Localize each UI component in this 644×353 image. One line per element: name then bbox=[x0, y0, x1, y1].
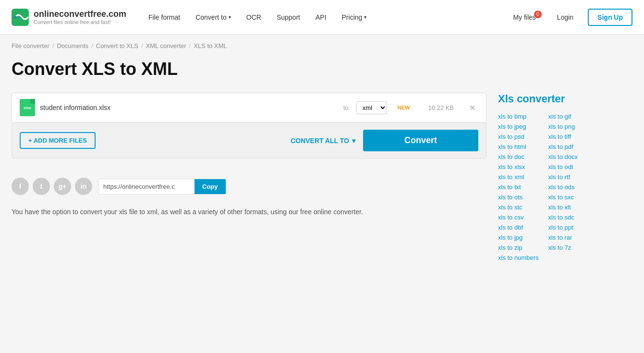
signup-button[interactable]: Sign Up bbox=[588, 9, 632, 26]
sidebar-link[interactable]: xls to jpg bbox=[498, 234, 539, 241]
format-select[interactable]: xml bmp gif jpeg png pdf bbox=[356, 101, 387, 114]
nav-ocr[interactable]: OCR bbox=[240, 10, 268, 25]
nav-support[interactable]: Support bbox=[270, 10, 307, 25]
sidebar-link[interactable]: xls to pdf bbox=[548, 143, 578, 150]
add-more-files-button[interactable]: + ADD MORE FILES bbox=[20, 132, 96, 149]
sidebar-link[interactable]: xls to doc bbox=[498, 153, 539, 160]
main-nav: File format Convert to ▾ OCR Support API… bbox=[142, 10, 491, 25]
svg-point-1 bbox=[14, 16, 17, 19]
breadcrumb-xml-converter[interactable]: XML converter bbox=[146, 42, 186, 49]
sidebar-link[interactable]: xls to docx bbox=[548, 153, 578, 160]
convert-button[interactable]: Convert bbox=[363, 130, 478, 151]
content-area: xlsx student information.xlsx to xml bmp… bbox=[12, 93, 632, 261]
converter-section: xlsx student information.xlsx to xml bmp… bbox=[12, 93, 486, 261]
file-ext-label: xlsx bbox=[24, 106, 31, 110]
facebook-icon[interactable]: f bbox=[12, 178, 29, 195]
share-section: f t g+ in Copy bbox=[12, 178, 486, 195]
sidebar-link[interactable]: xls to sdc bbox=[548, 214, 578, 221]
sidebar: Xls converter xls to bmpxls to jpegxls t… bbox=[498, 93, 632, 261]
chevron-down-icon-convert-all: ▾ bbox=[352, 137, 355, 145]
file-list-box: xlsx student information.xlsx to xml bmp… bbox=[12, 93, 486, 123]
logo-area: onlineconvertfree.com Convert files onli… bbox=[12, 9, 126, 26]
sidebar-link[interactable]: xls to bmp bbox=[498, 113, 539, 120]
logo-icon bbox=[12, 9, 29, 26]
sidebar-link[interactable]: xls to zip bbox=[498, 244, 539, 251]
social-icons: f t g+ in bbox=[12, 178, 92, 195]
sidebar-col-1: xls to bmpxls to jpegxls to psdxls to ht… bbox=[498, 113, 539, 261]
nav-file-format[interactable]: File format bbox=[142, 10, 187, 25]
login-button[interactable]: Login bbox=[550, 10, 580, 25]
sidebar-title: Xls converter bbox=[498, 93, 632, 105]
actions-row: + ADD MORE FILES CONVERT ALL TO ▾ Conver… bbox=[12, 123, 486, 158]
main-content: File converter / Documents / Convert to … bbox=[0, 35, 644, 269]
breadcrumb: File converter / Documents / Convert to … bbox=[12, 42, 632, 49]
sidebar-link[interactable]: xls to ots bbox=[498, 194, 539, 201]
sidebar-link[interactable]: xls to psd bbox=[498, 133, 539, 140]
my-files-badge: 0 bbox=[534, 11, 542, 18]
copy-button[interactable]: Copy bbox=[194, 179, 226, 194]
sidebar-col-2: xls to gifxls to pngxls to tiffxls to pd… bbox=[548, 113, 578, 261]
url-box: Copy bbox=[98, 179, 226, 195]
header-right: My files 0 Login Sign Up bbox=[506, 9, 632, 26]
sidebar-link[interactable]: xls to rtf bbox=[548, 173, 578, 181]
file-icon: xlsx bbox=[20, 99, 35, 116]
nav-api[interactable]: API bbox=[309, 10, 333, 25]
sidebar-link[interactable]: xls to gif bbox=[548, 113, 578, 120]
sidebar-link[interactable]: xls to dbf bbox=[498, 224, 539, 231]
nav-convert-to[interactable]: Convert to ▾ bbox=[189, 10, 238, 25]
logo-text: onlineconvertfree.com Convert files onli… bbox=[34, 9, 126, 25]
file-row: xlsx student information.xlsx to xml bmp… bbox=[12, 93, 486, 122]
sidebar-link[interactable]: xls to 7z bbox=[548, 244, 578, 251]
sidebar-links: xls to bmpxls to jpegxls to psdxls to ht… bbox=[498, 113, 632, 261]
sidebar-link[interactable]: xls to stc bbox=[498, 204, 539, 211]
new-badge: NEW bbox=[398, 105, 410, 110]
sidebar-link[interactable]: xls to ods bbox=[548, 183, 578, 191]
file-size: 10.22 KB bbox=[428, 104, 454, 111]
page-title: Convert XLS to XML bbox=[12, 59, 632, 79]
sidebar-link[interactable]: xls to jpeg bbox=[498, 123, 539, 130]
to-label: to bbox=[343, 104, 349, 111]
logo-name: onlineconvertfree.com bbox=[34, 9, 126, 19]
sidebar-link[interactable]: xls to tiff bbox=[548, 133, 578, 140]
sidebar-link[interactable]: xls to png bbox=[548, 123, 578, 130]
my-files-button[interactable]: My files 0 bbox=[506, 10, 542, 25]
breadcrumb-current: XLS to XML bbox=[194, 42, 227, 49]
breadcrumb-documents[interactable]: Documents bbox=[57, 42, 88, 49]
sidebar-link[interactable]: xls to txt bbox=[498, 183, 539, 191]
sidebar-link[interactable]: xls to numbers bbox=[498, 254, 539, 261]
file-name: student information.xlsx bbox=[40, 104, 336, 111]
nav-pricing[interactable]: Pricing ▾ bbox=[335, 10, 374, 25]
sidebar-link[interactable]: xls to xml bbox=[498, 173, 539, 181]
chevron-down-icon-pricing: ▾ bbox=[364, 14, 366, 20]
sidebar-link[interactable]: xls to xlsx bbox=[498, 163, 539, 170]
linkedin-icon[interactable]: in bbox=[75, 178, 92, 195]
header: onlineconvertfree.com Convert files onli… bbox=[0, 0, 644, 35]
breadcrumb-convert-to-xls[interactable]: Convert to XLS bbox=[96, 42, 138, 49]
breadcrumb-file-converter[interactable]: File converter bbox=[12, 42, 49, 49]
sidebar-link[interactable]: xls to rar bbox=[548, 234, 578, 241]
sidebar-link[interactable]: xls to ppt bbox=[548, 224, 578, 231]
sidebar-link[interactable]: xls to html bbox=[498, 143, 539, 150]
sidebar-link[interactable]: xls to odt bbox=[548, 163, 578, 170]
remove-file-button[interactable]: ✕ bbox=[466, 102, 478, 113]
google-plus-icon[interactable]: g+ bbox=[54, 178, 71, 195]
sidebar-link[interactable]: xls to xlt bbox=[548, 204, 578, 211]
chevron-down-icon: ▾ bbox=[229, 14, 231, 20]
share-url-input[interactable] bbox=[98, 179, 194, 194]
logo-tagline: Convert files online free and fast! bbox=[34, 19, 126, 25]
sidebar-link[interactable]: xls to sxc bbox=[548, 194, 578, 201]
convert-all-button[interactable]: CONVERT ALL TO ▾ bbox=[291, 137, 355, 145]
sidebar-link[interactable]: xls to csv bbox=[498, 214, 539, 221]
twitter-icon[interactable]: t bbox=[33, 178, 50, 195]
description-text: You have the option to convert your xls … bbox=[12, 207, 486, 217]
